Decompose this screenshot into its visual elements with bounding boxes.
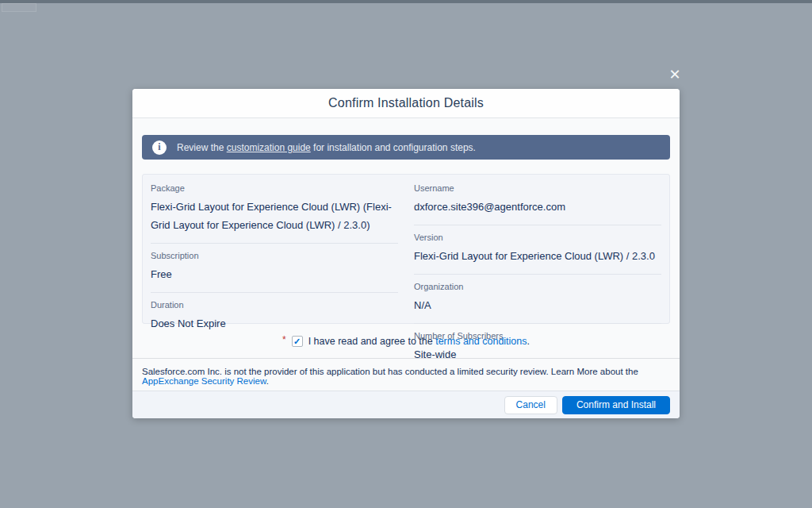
customization-guide-link[interactable]: customization guide	[227, 142, 311, 153]
details-left-column: Package Flexi-Grid Layout for Experience…	[143, 176, 406, 323]
detail-value: Free	[151, 265, 398, 283]
cancel-button[interactable]: Cancel	[504, 396, 557, 414]
modal-header: Confirm Installation Details	[132, 89, 680, 118]
detail-value: Does Not Expire	[151, 314, 398, 333]
modal-footer: Cancel Confirm and Install	[132, 391, 680, 418]
detail-label: Organization	[414, 282, 661, 291]
detail-row-subscription: Subscription Free	[151, 244, 398, 293]
agreement-text: I have read and agree to the terms and c…	[308, 336, 530, 347]
detail-label: Duration	[151, 300, 398, 310]
terms-and-conditions-link[interactable]: terms and conditions	[435, 336, 527, 347]
detail-value: dxforce.site396@agentforce.com	[414, 198, 661, 216]
agreement-text-before: I have read and agree to the	[308, 336, 436, 347]
detail-label: Package	[151, 183, 398, 193]
browser-top-bar	[0, 0, 812, 3]
detail-value: Flexi-Grid Layout for Experience Cloud (…	[414, 247, 661, 265]
check-icon: ✓	[293, 337, 301, 346]
disclaimer-text-before: Salesforce.com Inc. is not the provider …	[142, 367, 638, 376]
installation-details-panel: Package Flexi-Grid Layout for Experience…	[142, 174, 670, 324]
close-icon[interactable]: ✕	[665, 65, 685, 84]
terms-checkbox[interactable]: ✓	[292, 336, 303, 347]
detail-row-username: Username dxforce.site396@agentforce.com	[414, 176, 661, 225]
detail-label: Version	[414, 233, 661, 242]
confirm-and-install-button[interactable]: Confirm and Install	[562, 396, 670, 414]
detail-row-package: Package Flexi-Grid Layout for Experience…	[151, 176, 398, 244]
detail-row-organization: Organization N/A	[414, 275, 661, 324]
background-tab-placeholder	[2, 3, 36, 12]
detail-value: Flexi-Grid Layout for Experience Cloud (…	[151, 198, 398, 234]
detail-row-duration: Duration Does Not Expire	[151, 293, 398, 341]
detail-label: Subscription	[151, 251, 398, 260]
detail-value: N/A	[414, 296, 661, 314]
details-right-column: Username dxforce.site396@agentforce.com …	[406, 176, 669, 323]
info-banner: i Review the customization guide for ins…	[142, 135, 670, 160]
appexchange-security-review-link[interactable]: AppExchange Security Review	[142, 376, 266, 386]
detail-value: Site-wide	[414, 345, 661, 364]
detail-row-subscribers: Number of Subscribers Site-wide	[414, 324, 661, 372]
info-icon: i	[152, 140, 167, 155]
detail-label: Username	[414, 183, 661, 193]
page-title: Confirm Installation Details	[328, 96, 484, 110]
detail-row-version: Version Flexi-Grid Layout for Experience…	[414, 225, 661, 275]
confirm-installation-modal: Confirm Installation Details i Review th…	[132, 89, 680, 418]
banner-text: Review the customization guide for insta…	[177, 142, 476, 153]
disclaimer-text-after: .	[266, 376, 269, 386]
required-asterisk: *	[282, 334, 286, 345]
banner-text-before: Review the	[177, 142, 227, 153]
banner-text-after: for installation and configuration steps…	[311, 142, 476, 153]
agreement-text-after: .	[527, 336, 530, 347]
modal-body: i Review the customization guide for ins…	[132, 118, 680, 391]
